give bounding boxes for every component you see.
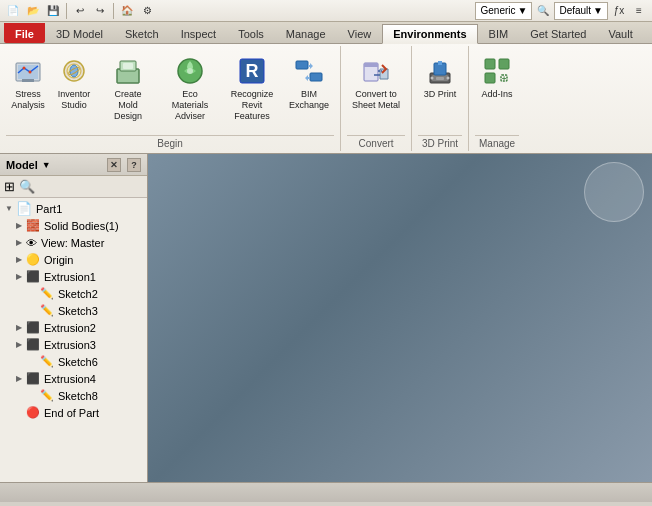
undo-button[interactable]: ↩ (71, 2, 89, 20)
tab-bim[interactable]: BIM (478, 23, 520, 43)
ribbon-group-manage-label: Manage (475, 135, 519, 149)
svg-point-13 (187, 68, 193, 74)
svg-rect-23 (438, 61, 442, 65)
tree-item-extrusion1[interactable]: ▶ ⬛ Extrusion1 (0, 268, 147, 285)
origin-label: Origin (44, 254, 73, 266)
model-panel: Model ▼ ✕ ? ⊞ 🔍 ▼ 📄 Part1 ▶ 🧱 Solid Bodi… (0, 154, 148, 482)
open-button[interactable]: 📂 (24, 2, 42, 20)
redo-button[interactable]: ↪ (91, 2, 109, 20)
tree-item-sketch2[interactable]: ▶ ✏️ Sketch2 (0, 285, 147, 302)
ribbon-group-3dprint-content: 3D Print (418, 48, 462, 133)
ribbon-tab-bar: File 3D Model Sketch Inspect Tools Manag… (0, 22, 652, 44)
create-mold-label: CreateMold Design (103, 89, 153, 121)
3d-print-button[interactable]: 3D Print (418, 52, 462, 103)
settings-button[interactable]: ⚙ (138, 2, 156, 20)
new-button[interactable]: 📄 (4, 2, 22, 20)
expand-part1[interactable]: ▼ (4, 204, 14, 214)
more-button[interactable]: ≡ (630, 2, 648, 20)
ribbon-content: StressAnalysis InventorStudio (0, 44, 652, 154)
main-area: Model ▼ ✕ ? ⊞ 🔍 ▼ 📄 Part1 ▶ 🧱 Solid Bodi… (0, 154, 652, 482)
sketch8-icon: ✏️ (40, 389, 54, 402)
search-icon[interactable]: 🔍 (534, 2, 552, 20)
tree-item-extrusion4[interactable]: ▶ ⬛ Extrusion4 (0, 370, 147, 387)
tree-item-part1[interactable]: ▼ 📄 Part1 (0, 200, 147, 217)
3d-print-icon (424, 55, 456, 87)
inventor-studio-icon (58, 55, 90, 87)
extrusion1-icon: ⬛ (26, 270, 40, 283)
filter-icon[interactable]: ⊞ (4, 179, 15, 194)
save-button[interactable]: 💾 (44, 2, 62, 20)
part1-label: Part1 (36, 203, 62, 215)
recognize-revit-icon: R (236, 55, 268, 87)
viewport[interactable] (148, 154, 652, 482)
sketch3-label: Sketch3 (58, 305, 98, 317)
svg-point-25 (431, 77, 434, 80)
tree-item-solid-bodies[interactable]: ▶ 🧱 Solid Bodies(1) (0, 217, 147, 234)
part1-icon: 📄 (16, 201, 32, 216)
expand-view-master[interactable]: ▶ (14, 238, 24, 248)
panel-close-button[interactable]: ✕ (107, 158, 121, 172)
tree-item-sketch3[interactable]: ▶ ✏️ Sketch3 (0, 302, 147, 319)
expand-extrusion2[interactable]: ▶ (14, 323, 24, 333)
tree-item-extrusion3[interactable]: ▶ ⬛ Extrusion3 (0, 336, 147, 353)
tab-tools[interactable]: Tools (227, 23, 275, 43)
expand-extrusion1[interactable]: ▶ (14, 272, 24, 282)
bim-exchange-button[interactable]: BIMExchange (284, 52, 334, 114)
tree-item-sketch6[interactable]: ▶ ✏️ Sketch6 (0, 353, 147, 370)
bim-exchange-icon (293, 55, 325, 87)
add-ins-label: Add-Ins (482, 89, 513, 100)
formula-icon[interactable]: ƒx (610, 2, 628, 20)
expand-extrusion3[interactable]: ▶ (14, 340, 24, 350)
expand-solid-bodies[interactable]: ▶ (14, 221, 24, 231)
convert-sheet-metal-button[interactable]: Convert toSheet Metal (347, 52, 405, 114)
tab-environments[interactable]: Environments (382, 24, 477, 44)
add-ins-icon: + (481, 55, 513, 87)
ribbon-group-begin: StressAnalysis InventorStudio (0, 46, 341, 151)
tree-item-extrusion2[interactable]: ▶ ⬛ Extrusion2 (0, 319, 147, 336)
ribbon-group-3dprint-label: 3D Print (418, 135, 462, 149)
create-mold-button[interactable]: CreateMold Design (98, 52, 158, 124)
sketch3-icon: ✏️ (40, 304, 54, 317)
svg-rect-28 (499, 59, 509, 69)
search-panel-icon[interactable]: 🔍 (19, 179, 35, 194)
bim-exchange-label: BIMExchange (289, 89, 329, 111)
tab-inspect[interactable]: Inspect (170, 23, 227, 43)
recognize-revit-button[interactable]: R RecognizeRevit Features (222, 52, 282, 124)
tree-item-view-master[interactable]: ▶ 👁 View: Master (0, 234, 147, 251)
tab-view[interactable]: View (337, 23, 383, 43)
tree-item-sketch8[interactable]: ▶ ✏️ Sketch8 (0, 387, 147, 404)
stress-analysis-label: StressAnalysis (11, 89, 45, 111)
generic-dropdown[interactable]: Generic ▼ (475, 2, 532, 20)
convert-sheet-metal-icon (360, 55, 392, 87)
stress-analysis-button[interactable]: StressAnalysis (6, 52, 50, 114)
svg-point-3 (29, 71, 32, 74)
separator (66, 3, 67, 19)
eco-materials-label: Eco MaterialsAdviser (165, 89, 215, 121)
tab-get-started[interactable]: Get Started (519, 23, 597, 43)
tree-item-end-of-part[interactable]: ▶ 🔴 End of Part (0, 404, 147, 421)
sketch6-icon: ✏️ (40, 355, 54, 368)
panel-help-button[interactable]: ? (127, 158, 141, 172)
default-dropdown[interactable]: Default ▼ (554, 2, 608, 20)
tab-file[interactable]: File (4, 23, 45, 43)
model-panel-header: Model ▼ ✕ ? (0, 154, 147, 176)
tab-vault[interactable]: Vault (597, 23, 643, 43)
extrusion2-label: Extrusion2 (44, 322, 96, 334)
view-cube[interactable] (584, 162, 644, 222)
model-panel-title: Model (6, 159, 38, 171)
home-button[interactable]: 🏠 (118, 2, 136, 20)
convert-sheet-metal-label: Convert toSheet Metal (352, 89, 400, 111)
tab-sketch[interactable]: Sketch (114, 23, 170, 43)
eco-materials-button[interactable]: Eco MaterialsAdviser (160, 52, 220, 124)
svg-rect-17 (310, 73, 322, 81)
inventor-studio-button[interactable]: InventorStudio (52, 52, 96, 114)
tab-3d-model[interactable]: 3D Model (45, 23, 114, 43)
sketch8-label: Sketch8 (58, 390, 98, 402)
expand-origin[interactable]: ▶ (14, 255, 24, 265)
add-ins-button[interactable]: + Add-Ins (475, 52, 519, 103)
tree-item-origin[interactable]: ▶ 🟡 Origin (0, 251, 147, 268)
expand-extrusion4[interactable]: ▶ (14, 374, 24, 384)
3d-print-label: 3D Print (424, 89, 457, 100)
ribbon-group-convert-label: Convert (347, 135, 405, 149)
tab-manage[interactable]: Manage (275, 23, 337, 43)
